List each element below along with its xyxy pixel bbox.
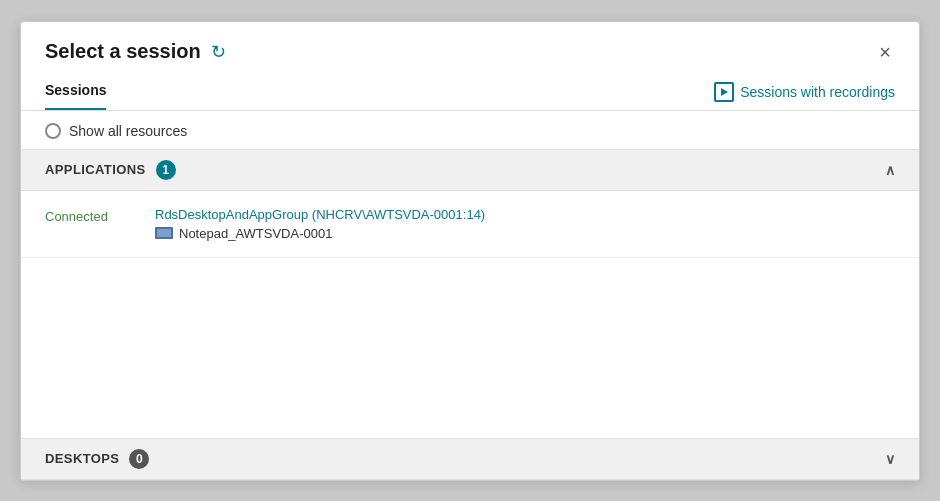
modal-title: Select a session — [45, 40, 201, 63]
monitor-body — [155, 227, 173, 239]
title-group: Select a session ↻ — [45, 40, 226, 63]
applications-chevron: ∧ — [885, 162, 895, 178]
tab-sessions[interactable]: Sessions — [45, 74, 106, 110]
applications-title-group: APPLICATIONS 1 — [45, 160, 176, 180]
tabs-row: Sessions Sessions with recordings — [21, 74, 919, 111]
desktops-title: DESKTOPS — [45, 451, 119, 466]
select-session-modal: Select a session ↻ × Sessions Sessions w… — [20, 21, 920, 481]
sessions-with-recordings-link[interactable]: Sessions with recordings — [714, 82, 895, 102]
recording-icon — [714, 82, 734, 102]
show-all-label: Show all resources — [69, 123, 187, 139]
desktops-chevron: ∨ — [885, 451, 895, 467]
monitor-icon — [155, 226, 173, 240]
show-all-resources-row: Show all resources — [21, 111, 919, 149]
close-button[interactable]: × — [875, 40, 895, 64]
modal-header: Select a session ↻ × — [21, 22, 919, 74]
applications-badge: 1 — [156, 160, 176, 180]
play-triangle-icon — [721, 88, 728, 96]
applications-section-header[interactable]: APPLICATIONS 1 ∧ — [21, 149, 919, 191]
show-all-radio[interactable] — [45, 123, 61, 139]
spacer — [21, 258, 919, 438]
desktops-badge: 0 — [129, 449, 149, 469]
refresh-icon[interactable]: ↻ — [211, 41, 226, 63]
session-app-name: Notepad_AWTSVDA-0001 — [179, 226, 332, 241]
session-info: RdsDesktopAndAppGroup (NHCRV\AWTSVDA-000… — [155, 207, 485, 241]
session-link[interactable]: RdsDesktopAndAppGroup (NHCRV\AWTSVDA-000… — [155, 207, 485, 222]
session-status: Connected — [45, 207, 125, 224]
sessions-with-recordings-label: Sessions with recordings — [740, 84, 895, 100]
desktops-title-group: DESKTOPS 0 — [45, 449, 149, 469]
session-app-row: Notepad_AWTSVDA-0001 — [155, 226, 485, 241]
applications-title: APPLICATIONS — [45, 162, 146, 177]
desktops-section-header[interactable]: DESKTOPS 0 ∨ — [21, 438, 919, 480]
session-row: Connected RdsDesktopAndAppGroup (NHCRV\A… — [21, 191, 919, 258]
